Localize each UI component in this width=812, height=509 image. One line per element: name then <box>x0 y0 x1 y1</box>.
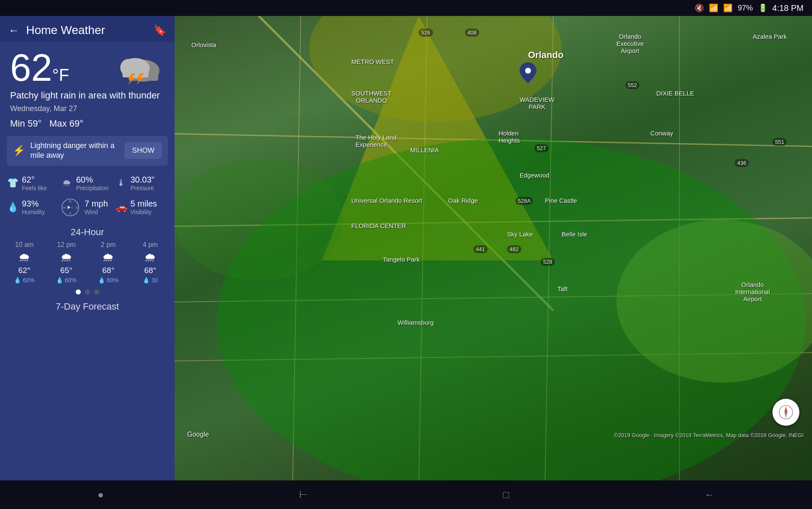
stat-visibility: 🚗 5 miles Visibility <box>115 196 168 219</box>
precipitation-icon: 🌧 <box>61 178 73 188</box>
nav-dot[interactable]: ● <box>81 485 121 505</box>
dot-1[interactable] <box>76 289 81 294</box>
weather-icon <box>114 49 165 87</box>
hourly-item-0: 10 am 🌧 62° 💧 60% <box>3 241 45 284</box>
pressure-label: Pressure <box>130 185 154 191</box>
feels-like-label: Feels like <box>22 185 47 191</box>
battery-text: 97% <box>738 4 753 13</box>
svg-text:W: W <box>63 206 66 209</box>
wind-value: 7 mph <box>85 199 108 209</box>
status-bar: 🔇 📶 📶 97% 🔋 4:18 PM <box>0 0 812 16</box>
pressure-icon: 🌡 <box>115 178 127 188</box>
hour-icon-3: 🌧 <box>144 250 156 264</box>
hour-rain-0: 💧 60% <box>14 277 34 284</box>
hourly-item-3: 4 pm 🌧 68° 💧 30 <box>129 241 171 284</box>
temp-range: Min 59° Max 69° <box>0 117 175 134</box>
wind-label: Wind <box>85 209 108 215</box>
svg-rect-7 <box>122 66 149 77</box>
hour-time-0: 10 am <box>15 241 34 249</box>
hour-rain-2: 💧 60% <box>98 277 119 284</box>
map-copyright: ©2019 Google · Imagery ©2019 TerraMetric… <box>614 432 804 438</box>
temperature-section: 62°F <box>0 42 175 90</box>
visibility-value: 5 miles <box>130 199 157 209</box>
hour-temp-3: 68° <box>144 266 157 275</box>
hourly-forecast: 10 am 🌧 62° 💧 60% 12 pm 🌧 65° 💧 60% 2 pm… <box>0 241 175 287</box>
svg-marker-15 <box>68 206 70 209</box>
hour-icon-2: 🌧 <box>102 250 114 264</box>
hour-time-1: 12 pm <box>57 241 75 249</box>
hourly-section-title: 24-Hour <box>0 223 175 241</box>
humidity-icon: 💧 <box>7 202 19 213</box>
svg-text:S: S <box>69 211 71 215</box>
temperature-value: 62 <box>10 47 52 89</box>
hourly-item-2: 2 pm 🌧 68° 💧 60% <box>88 241 130 284</box>
visibility-icon: 🚗 <box>115 202 127 213</box>
svg-text:N: N <box>69 199 72 203</box>
bottom-nav: ● ⊢ □ ← <box>0 480 812 509</box>
svg-line-23 <box>419 16 427 480</box>
weather-date: Wednesday, Mar 27 <box>0 103 175 117</box>
lightning-warning-text: Lightning danger within a mile away <box>30 141 119 161</box>
temp-max: Max 69° <box>49 118 83 129</box>
svg-line-19 <box>175 294 812 302</box>
dot-2[interactable] <box>85 289 90 294</box>
wifi-icon: 📶 <box>709 3 718 13</box>
temperature-display: 62°F <box>10 49 69 87</box>
stat-wind: N S W E 7 mph Wind <box>61 196 114 219</box>
hour-time-2: 2 pm <box>101 241 116 249</box>
svg-marker-16 <box>70 206 73 209</box>
wind-compass-icon: N S W E <box>61 198 80 217</box>
show-button[interactable]: SHOW <box>125 142 162 159</box>
hourly-item-1: 12 pm 🌧 65° 💧 60% <box>45 241 88 284</box>
page-title: Home Weather <box>26 24 147 37</box>
map-attribution: Google <box>187 431 209 438</box>
hour-time-3: 4 pm <box>143 241 158 249</box>
dot-3[interactable] <box>94 289 99 294</box>
hour-rain-3: 💧 30 <box>143 277 158 284</box>
forecast-section-title: 7-Day Forecast <box>0 298 175 314</box>
nav-home[interactable]: □ <box>486 485 526 505</box>
compass-icon <box>778 405 793 420</box>
pressure-value: 30.03" <box>130 175 154 185</box>
hour-temp-0: 62° <box>19 266 31 275</box>
humidity-value: 93% <box>22 199 45 209</box>
map-area[interactable]: Orlovista Orlando OrlandoExecutiveAirpor… <box>175 16 812 480</box>
battery-icon: 🔋 <box>758 3 767 13</box>
svg-line-20 <box>175 353 812 361</box>
back-button[interactable]: ← <box>8 24 19 37</box>
svg-text:E: E <box>76 206 78 209</box>
temperature-unit: °F <box>52 66 69 84</box>
stat-feels-like: 👕 62° Feels like <box>7 172 59 194</box>
svg-line-17 <box>175 134 812 146</box>
lightning-warning: ⚡ Lightning danger within a mile away SH… <box>7 136 168 166</box>
svg-line-22 <box>292 16 301 480</box>
weather-condition: Patchy light rain in area with thunder <box>0 90 175 103</box>
temp-min: Min 59° <box>10 118 42 129</box>
feels-like-icon: 👕 <box>7 178 19 188</box>
svg-point-35 <box>785 411 787 413</box>
hour-rain-1: 💧 60% <box>56 277 77 284</box>
stat-humidity: 💧 93% Humidity <box>7 196 59 219</box>
weather-panel: ← Home Weather 🔖 62°F <box>0 16 175 480</box>
svg-line-18 <box>175 218 812 226</box>
visibility-label: Visibility <box>130 209 157 215</box>
stat-pressure: 🌡 30.03" Pressure <box>115 172 168 194</box>
humidity-label: Humidity <box>22 209 45 215</box>
page-dots <box>0 287 175 298</box>
panel-header: ← Home Weather 🔖 <box>0 16 175 42</box>
compass-button[interactable] <box>772 399 799 426</box>
mute-icon: 🔇 <box>695 3 704 13</box>
precipitation-label: Precipitation <box>76 185 109 191</box>
location-pin <box>520 62 536 83</box>
bookmark-button[interactable]: 🔖 <box>154 24 166 36</box>
svg-marker-34 <box>784 412 788 418</box>
nav-back[interactable]: ← <box>687 485 731 505</box>
svg-line-21 <box>259 16 553 310</box>
nav-recent-apps[interactable]: ⊢ <box>282 485 325 505</box>
feels-like-value: 62° <box>22 175 47 185</box>
status-time: 4:18 PM <box>772 3 804 13</box>
hour-temp-1: 65° <box>60 266 72 275</box>
svg-point-31 <box>525 68 531 74</box>
signal-icon: 📶 <box>723 3 732 13</box>
hour-temp-2: 68° <box>102 266 114 275</box>
